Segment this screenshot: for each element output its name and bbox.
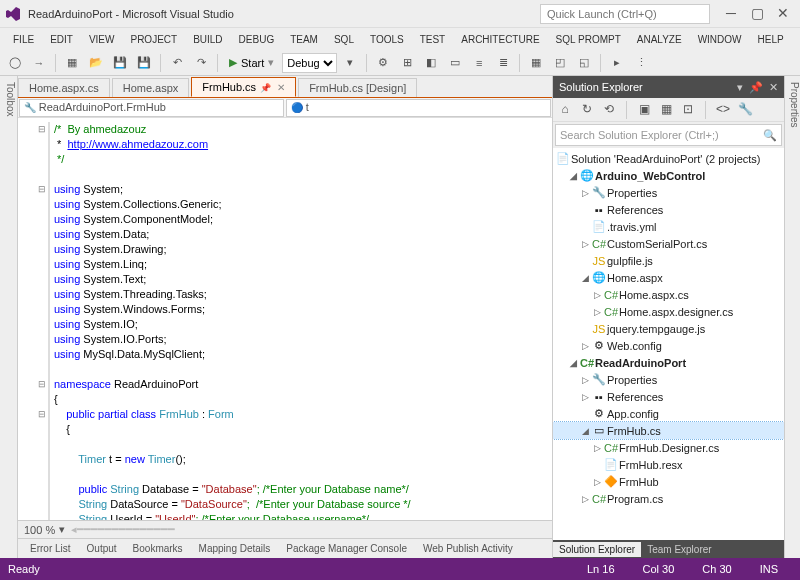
file-jquery[interactable]: JSjquery.tempgauge.js xyxy=(553,320,784,337)
quick-launch-input[interactable] xyxy=(540,4,710,24)
file-customserial[interactable]: ▷C#CustomSerialPort.cs xyxy=(553,235,784,252)
menu-build[interactable]: BUILD xyxy=(186,31,229,48)
file-home-aspx[interactable]: ◢🌐Home.aspx xyxy=(553,269,784,286)
menu-architecture[interactable]: ARCHITECTURE xyxy=(454,31,546,48)
props-node[interactable]: ▷🔧Properties xyxy=(553,184,784,201)
tab-home-aspx[interactable]: Home.aspx xyxy=(112,78,190,97)
code-area[interactable]: ⊟/* By ahmedazouz * http://www.ahmedazou… xyxy=(18,118,552,520)
home-icon[interactable]: ⌂ xyxy=(557,102,573,118)
minimize-button[interactable]: ─ xyxy=(718,4,744,24)
tool-icon-9[interactable]: ⋮ xyxy=(630,52,652,74)
showall-icon[interactable]: ▦ xyxy=(658,102,674,118)
menu-bar: FILE EDIT VIEW PROJECT BUILD DEBUG TEAM … xyxy=(0,28,800,50)
menu-sql[interactable]: SQL xyxy=(327,31,361,48)
se-search-input[interactable]: Search Solution Explorer (Ctrl+;)🔍 xyxy=(555,124,782,146)
menu-project[interactable]: PROJECT xyxy=(123,31,184,48)
tab-output[interactable]: Output xyxy=(81,541,123,556)
maximize-button[interactable]: ▢ xyxy=(744,4,770,24)
close-button[interactable]: ✕ xyxy=(770,4,796,24)
menu-sqlprompt[interactable]: SQL PROMPT xyxy=(549,31,628,48)
tool-icon-2[interactable]: ⊞ xyxy=(396,52,418,74)
status-ln: Ln 16 xyxy=(573,563,629,575)
menu-window[interactable]: WINDOW xyxy=(691,31,749,48)
author-url-link[interactable]: http://www.ahmedazouz.com xyxy=(67,138,208,150)
open-file-icon[interactable]: 📂 xyxy=(85,52,107,74)
tab-home-aspx-cs[interactable]: Home.aspx.cs xyxy=(18,78,110,97)
status-ins: INS xyxy=(746,563,792,575)
tab-pmc[interactable]: Package Manager Console xyxy=(280,541,413,556)
tab-mapping[interactable]: Mapping Details xyxy=(193,541,277,556)
menu-debug[interactable]: DEBUG xyxy=(232,31,282,48)
browser-select-icon[interactable]: ▾ xyxy=(339,52,361,74)
file-gulpfile[interactable]: JSgulpfile.js xyxy=(553,252,784,269)
preview-icon[interactable]: ⊡ xyxy=(680,102,696,118)
solution-node[interactable]: 📄Solution 'ReadArduinoPort' (2 projects) xyxy=(553,150,784,167)
pin-icon[interactable]: 📌 xyxy=(260,83,271,93)
window-title: ReadArduinoPort - Microsoft Visual Studi… xyxy=(28,8,540,20)
pane-dropdown-icon[interactable]: ▾ xyxy=(737,81,743,94)
close-tab-icon[interactable]: ✕ xyxy=(277,82,285,93)
start-debug-button[interactable]: ▶Start▾ xyxy=(223,52,280,74)
file-frmhub-cs[interactable]: ◢▭FrmHub.cs xyxy=(553,422,784,439)
status-ready: Ready xyxy=(8,563,40,575)
menu-help[interactable]: HELP xyxy=(751,31,791,48)
sync-icon[interactable]: ⟲ xyxy=(601,102,617,118)
file-travis[interactable]: 📄.travis.yml xyxy=(553,218,784,235)
project-readarduino[interactable]: ◢C#ReadArduinoPort xyxy=(553,354,784,371)
class-frmhub[interactable]: ▷🔶FrmHub xyxy=(553,473,784,490)
undo-icon[interactable]: ↶ xyxy=(166,52,188,74)
tool-icon-5[interactable]: ▦ xyxy=(525,52,547,74)
solution-tree: 📄Solution 'ReadArduinoPort' (2 projects)… xyxy=(553,148,784,540)
config-select[interactable]: Debug xyxy=(282,53,337,73)
tab-webpublish[interactable]: Web Publish Activity xyxy=(417,541,519,556)
save-icon[interactable]: 💾 xyxy=(109,52,131,74)
new-project-icon[interactable]: ▦ xyxy=(61,52,83,74)
tab-error-list[interactable]: Error List xyxy=(24,541,77,556)
collapse-icon[interactable]: ▣ xyxy=(636,102,652,118)
file-webconfig[interactable]: ▷⚙Web.config xyxy=(553,337,784,354)
class-combo[interactable]: 🔧 ReadArduinoPort.FrmHub xyxy=(19,99,284,117)
pane-pin-icon[interactable]: 📌 xyxy=(749,81,763,94)
props-node2[interactable]: ▷🔧Properties xyxy=(553,371,784,388)
tab-sol-exp[interactable]: Solution Explorer xyxy=(553,542,641,557)
tool-icon-6[interactable]: ◰ xyxy=(549,52,571,74)
file-appconfig[interactable]: ⚙App.config xyxy=(553,405,784,422)
pane-close-icon[interactable]: ✕ xyxy=(769,81,778,94)
refs-node2[interactable]: ▷▪▪References xyxy=(553,388,784,405)
file-home-cs[interactable]: ▷C#Home.aspx.cs xyxy=(553,286,784,303)
file-home-des[interactable]: ▷C#Home.aspx.designer.cs xyxy=(553,303,784,320)
comment-icon[interactable]: ≡ xyxy=(468,52,490,74)
menu-edit[interactable]: EDIT xyxy=(43,31,80,48)
project-arduino[interactable]: ◢🌐Arduino_WebControl xyxy=(553,167,784,184)
nav-fwd-icon[interactable]: → xyxy=(28,52,50,74)
file-program[interactable]: ▷C#Program.cs xyxy=(553,490,784,507)
redo-icon[interactable]: ↷ xyxy=(190,52,212,74)
props-icon[interactable]: 🔧 xyxy=(737,102,753,118)
tab-frmhub-design[interactable]: FrmHub.cs [Design] xyxy=(298,78,417,97)
toolbox-tab[interactable]: Toolbox xyxy=(0,76,18,558)
menu-analyze[interactable]: ANALYZE xyxy=(630,31,689,48)
file-frmhub-des[interactable]: ▷C#FrmHub.Designer.cs xyxy=(553,439,784,456)
menu-test[interactable]: TEST xyxy=(413,31,453,48)
tab-frmhub-cs[interactable]: FrmHub.cs📌✕ xyxy=(191,77,296,97)
code-icon[interactable]: <> xyxy=(715,102,731,118)
tool-icon-7[interactable]: ◱ xyxy=(573,52,595,74)
tool-icon-4[interactable]: ▭ xyxy=(444,52,466,74)
tab-team-exp[interactable]: Team Explorer xyxy=(641,542,717,557)
menu-team[interactable]: TEAM xyxy=(283,31,325,48)
properties-tab[interactable]: Properties xyxy=(784,76,800,558)
refs-node[interactable]: ▪▪References xyxy=(553,201,784,218)
tool-icon-8[interactable]: ▸ xyxy=(606,52,628,74)
tool-icon-3[interactable]: ◧ xyxy=(420,52,442,74)
tab-bookmarks[interactable]: Bookmarks xyxy=(127,541,189,556)
save-all-icon[interactable]: 💾 xyxy=(133,52,155,74)
menu-view[interactable]: VIEW xyxy=(82,31,122,48)
uncomment-icon[interactable]: ≣ xyxy=(492,52,514,74)
nav-back-icon[interactable]: ◯ xyxy=(4,52,26,74)
menu-tools[interactable]: TOOLS xyxy=(363,31,411,48)
refresh-icon[interactable]: ↻ xyxy=(579,102,595,118)
tool-icon-1[interactable]: ⚙ xyxy=(372,52,394,74)
member-combo[interactable]: 🔵 t xyxy=(286,99,551,117)
file-frmhub-resx[interactable]: 📄FrmHub.resx xyxy=(553,456,784,473)
menu-file[interactable]: FILE xyxy=(6,31,41,48)
